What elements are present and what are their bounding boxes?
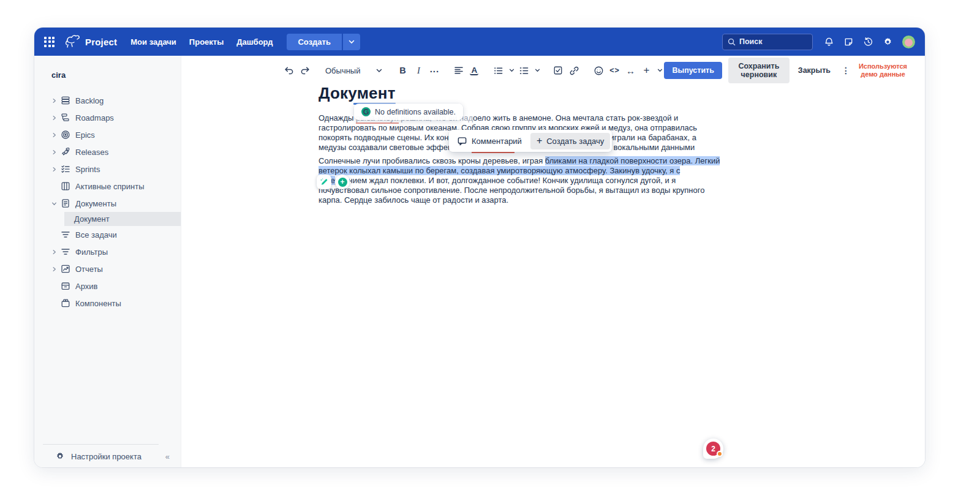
- sidebar-item-sprints[interactable]: Sprints: [34, 160, 181, 178]
- note-icon[interactable]: [843, 37, 854, 47]
- kebab-menu-icon[interactable]: ⋮: [839, 66, 853, 75]
- task-list-icon[interactable]: [550, 62, 566, 79]
- sidebar-item-архив[interactable]: Архив: [34, 277, 181, 295]
- grammarly-notification-dot: [717, 451, 723, 457]
- roadmaps-icon: [61, 113, 71, 122]
- comment-button[interactable]: Комментарий: [451, 132, 528, 150]
- grammarly-tooltip-text: No definitions available.: [375, 108, 456, 116]
- sidebar-item-label: Фильтры: [75, 247, 108, 257]
- releases-icon: [61, 147, 71, 157]
- code-icon[interactable]: <>: [606, 62, 622, 79]
- sidebar-item-активные-спринты[interactable]: Активные спринты: [34, 178, 181, 195]
- search-input[interactable]: Поиск: [722, 34, 813, 50]
- publish-button[interactable]: Выпустить: [664, 62, 722, 79]
- epics-icon: [61, 130, 71, 140]
- sidebar-item-epics[interactable]: Epics: [34, 126, 181, 143]
- sidebar-item-roadmaps[interactable]: Roadmaps: [34, 109, 181, 126]
- chevron-down-icon: [376, 69, 382, 73]
- chevron-right-icon[interactable]: [51, 98, 61, 104]
- grammarly-assistant-badge[interactable]: 2: [703, 439, 723, 459]
- bullet-list-icon[interactable]: [490, 62, 506, 79]
- p1-text: Однажды: [318, 113, 356, 122]
- italic-icon[interactable]: I: [410, 62, 426, 79]
- chevron-right-icon[interactable]: [51, 115, 61, 121]
- undo-icon[interactable]: [281, 62, 297, 79]
- sidebar-item-project-settings[interactable]: Настройки проекта «: [34, 451, 181, 461]
- comment-icon: [457, 136, 467, 146]
- ordered-list-chevron-icon[interactable]: [533, 62, 541, 79]
- create-button[interactable]: Создать: [287, 34, 341, 50]
- sidebar-item-backlog[interactable]: Backlog: [34, 92, 181, 109]
- link-icon[interactable]: [566, 62, 582, 79]
- sidebar-nav: Backlog Roadmaps Epics Releases Sprints …: [34, 92, 181, 312]
- app-grid-icon[interactable]: [44, 37, 55, 47]
- align-icon[interactable]: [451, 62, 467, 79]
- demo-data-notice: Используются демо данные: [859, 62, 907, 78]
- filters-icon: [61, 247, 71, 257]
- sidebar-item-отчеты[interactable]: Отчеты: [34, 260, 181, 277]
- bell-icon[interactable]: [824, 37, 834, 47]
- project-name: cira: [51, 70, 181, 80]
- grammarly-edit-icon[interactable]: [317, 175, 331, 189]
- chevron-right-icon[interactable]: [51, 167, 61, 172]
- selection-context-menu: Комментарий + Создать задачу: [449, 130, 612, 152]
- reports-icon: [61, 264, 71, 274]
- close-button[interactable]: Закрыть: [796, 62, 833, 79]
- gear-icon[interactable]: [883, 37, 893, 47]
- brand-title[interactable]: Project: [85, 37, 117, 47]
- document-title[interactable]: Документ: [318, 84, 396, 103]
- nav-my-tasks[interactable]: Мои задачи: [130, 37, 176, 47]
- sidebar-item-документ[interactable]: Документ: [64, 212, 181, 226]
- insert-plus-icon[interactable]: +: [638, 62, 654, 79]
- create-task-label: Создать задачу: [546, 137, 604, 146]
- sidebar-item-label: Releases: [75, 148, 108, 157]
- archive-icon: [61, 281, 71, 291]
- user-avatar[interactable]: [902, 36, 915, 48]
- history-icon[interactable]: [863, 37, 873, 47]
- redo-icon[interactable]: [297, 62, 313, 79]
- chevron-right-icon[interactable]: [51, 132, 61, 138]
- sidebar-item-все-задачи[interactable]: Все задачи: [34, 226, 181, 243]
- plus-icon: +: [537, 138, 542, 144]
- chevron-right-icon[interactable]: [51, 149, 61, 155]
- nav-projects[interactable]: Проекты: [189, 37, 224, 47]
- emoji-icon[interactable]: [590, 62, 606, 79]
- sidebar-item-label: Активные спринты: [75, 182, 145, 191]
- sidebar-item-label: Документы: [75, 199, 116, 208]
- sidebar-item-label: Документ: [74, 214, 110, 224]
- width-icon[interactable]: ↔: [622, 62, 638, 79]
- editor-main: Обычный B I ... A <>: [181, 56, 925, 467]
- p2-text: рпением ждал поклевки. И вот, долгожданн…: [318, 176, 704, 205]
- bold-icon[interactable]: B: [394, 62, 410, 79]
- ordered-list-icon[interactable]: [516, 62, 532, 79]
- create-dropdown-chevron[interactable]: [343, 34, 360, 50]
- sidebar-item-label: Отчеты: [75, 265, 103, 274]
- gear-icon: [55, 451, 65, 461]
- insert-chevron-icon[interactable]: [655, 62, 664, 79]
- more-icon[interactable]: ...: [426, 62, 442, 79]
- grammarly-inline-widgets: +: [317, 175, 350, 189]
- sidebar-item-компоненты[interactable]: Компоненты: [34, 295, 181, 312]
- save-draft-button[interactable]: Сохранить черновик: [728, 58, 790, 83]
- documents-icon: [61, 198, 71, 208]
- logo-doodle-icon: [63, 32, 81, 51]
- sidebar-item-label: Архив: [75, 282, 97, 291]
- paragraph-2[interactable]: Солнечные лучи пробивались сквозь кроны …: [318, 156, 722, 205]
- nav-dashboard[interactable]: Дашборд: [236, 37, 273, 47]
- components-icon: [61, 298, 71, 308]
- board-icon: [61, 181, 71, 191]
- chevron-right-icon[interactable]: [51, 249, 61, 255]
- sidebar-item-releases[interactable]: Releases: [34, 143, 181, 160]
- chevron-down-icon[interactable]: [51, 201, 61, 206]
- text-color-icon[interactable]: A: [470, 66, 478, 75]
- grammarly-icon: G: [361, 107, 371, 116]
- paragraph-style-value: Обычный: [325, 66, 360, 75]
- bullet-list-chevron-icon[interactable]: [507, 62, 516, 79]
- create-task-button[interactable]: + Создать задачу: [530, 133, 610, 149]
- paragraph-style-dropdown[interactable]: Обычный: [322, 66, 386, 75]
- sidebar-item-фильтры[interactable]: Фильтры: [34, 243, 181, 260]
- sidebar-item-документы[interactable]: Документы: [34, 195, 181, 212]
- collapse-sidebar-icon[interactable]: «: [165, 452, 168, 461]
- chevron-right-icon[interactable]: [51, 266, 61, 272]
- grammarly-suggestion-icon[interactable]: +: [335, 175, 350, 189]
